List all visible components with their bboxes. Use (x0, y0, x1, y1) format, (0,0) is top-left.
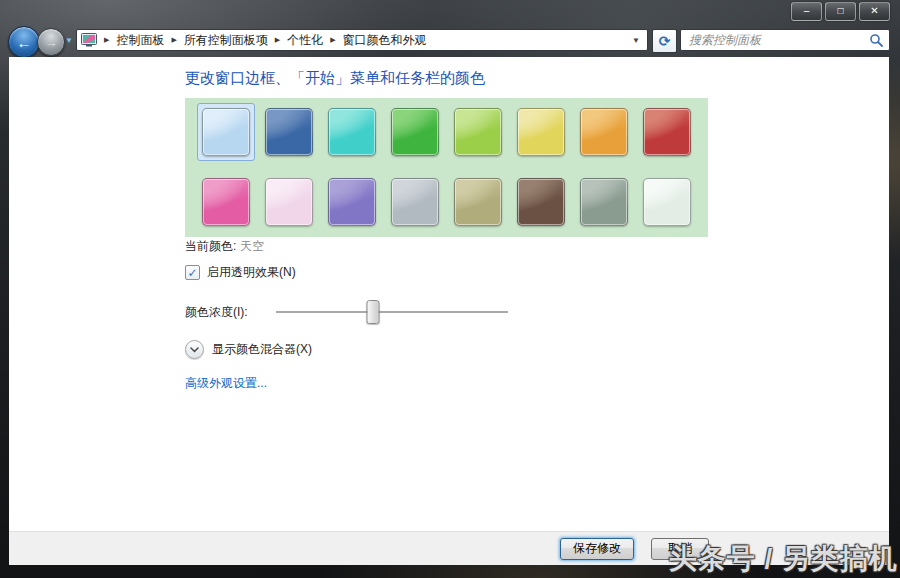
swatch-color-face (643, 108, 691, 156)
swatch-color-face (454, 178, 502, 226)
color-swatch-twilight[interactable] (260, 103, 318, 161)
color-swatch-sea[interactable] (323, 103, 381, 161)
current-color-value: 天空 (240, 239, 264, 253)
swatch-color-face (202, 108, 250, 156)
watermark-text: 头条号 / 另类搞机 (669, 540, 898, 578)
color-intensity-row: 颜色浓度(I): (185, 300, 705, 328)
page-title: 更改窗口边框、「开始」菜单和任务栏的颜色 (185, 69, 485, 88)
color-swatch-violet[interactable] (323, 173, 381, 231)
address-dropdown-icon[interactable]: ▼ (632, 36, 643, 45)
swatch-color-face (643, 178, 691, 226)
color-mixer-expander[interactable]: 显示颜色混合器(X) (185, 340, 312, 359)
swatch-color-face (580, 108, 628, 156)
back-arrow-icon: ← (17, 34, 32, 51)
swatch-color-face (580, 178, 628, 226)
transparency-label: 启用透明效果(N) (207, 264, 296, 281)
swatch-color-face (391, 108, 439, 156)
swatch-color-face (391, 178, 439, 226)
color-swatch-fuchsia[interactable] (197, 173, 255, 231)
content-pane: 更改窗口边框、「开始」菜单和任务栏的颜色 当前颜色:天空 ✓ 启用透明效果(N)… (9, 57, 889, 531)
refresh-icon: ⟳ (659, 33, 671, 49)
color-mixer-label: 显示颜色混合器(X) (212, 341, 312, 358)
swatch-color-face (454, 108, 502, 156)
breadcrumb-item[interactable]: 个性化 (287, 32, 323, 49)
address-bar[interactable]: ▶控制面板▶所有控制面板项▶个性化▶窗口颜色和外观 ▼ (76, 29, 648, 51)
recent-pages-dropdown[interactable]: ▼ (65, 36, 73, 45)
breadcrumb: ▶控制面板▶所有控制面板项▶个性化▶窗口颜色和外观 (97, 32, 427, 49)
breadcrumb-separator-icon: ▶ (104, 36, 109, 44)
advanced-appearance-link[interactable]: 高级外观设置... (185, 375, 267, 392)
search-input[interactable] (687, 32, 869, 48)
color-swatch-chocolate[interactable] (512, 173, 570, 231)
breadcrumb-item[interactable]: 窗口颜色和外观 (343, 32, 427, 49)
personalization-icon (81, 33, 97, 47)
forward-arrow-icon: → (45, 35, 58, 50)
breadcrumb-item[interactable]: 控制面板 (116, 32, 164, 49)
refresh-button[interactable]: ⟳ (652, 29, 677, 53)
breadcrumb-separator-icon: ▶ (171, 36, 176, 44)
color-swatch-lavender[interactable] (386, 173, 444, 231)
color-swatch-pumpkin[interactable] (575, 103, 633, 161)
window-color-appearance-window: – □ ✕ ← → ▼ ▶控制面板▶所有控制面板项▶个性化▶窗口颜色和外观 ▼ … (0, 0, 900, 578)
color-intensity-label: 颜色浓度(I): (185, 304, 248, 321)
current-color-line: 当前颜色:天空 (185, 238, 264, 255)
color-swatch-slate[interactable] (575, 173, 633, 231)
swatch-color-face (328, 178, 376, 226)
breadcrumb-separator-icon: ▶ (330, 36, 335, 44)
color-swatch-ruby[interactable] (638, 103, 696, 161)
color-swatch-leaf[interactable] (386, 103, 444, 161)
swatch-color-face (202, 178, 250, 226)
slider-thumb[interactable] (367, 300, 380, 324)
forward-button[interactable]: → (37, 28, 65, 56)
back-button[interactable]: ← (8, 26, 40, 58)
color-swatch-frost[interactable] (638, 173, 696, 231)
swatch-color-face (328, 108, 376, 156)
swatch-color-face (517, 178, 565, 226)
search-icon (869, 33, 883, 47)
color-swatch-lime[interactable] (449, 103, 507, 161)
maximize-button[interactable]: □ (825, 2, 856, 21)
swatch-color-face (265, 108, 313, 156)
swatch-color-face (517, 108, 565, 156)
transparency-checkbox[interactable]: ✓ (185, 265, 200, 280)
color-swatch-sun[interactable] (512, 103, 570, 161)
chevron-down-icon (185, 340, 204, 359)
current-color-label: 当前颜色: (185, 239, 236, 253)
color-swatch-sky[interactable] (197, 103, 255, 161)
color-intensity-slider[interactable] (276, 311, 508, 314)
color-palette (185, 98, 708, 237)
check-icon: ✓ (187, 267, 197, 279)
save-changes-button[interactable]: 保存修改 (560, 538, 634, 560)
breadcrumb-item[interactable]: 所有控制面板项 (184, 32, 268, 49)
transparency-row: ✓ 启用透明效果(N) (185, 264, 296, 281)
caption-button-group: – □ ✕ (791, 2, 890, 21)
breadcrumb-separator-icon: ▶ (275, 36, 280, 44)
swatch-color-face (265, 178, 313, 226)
close-button[interactable]: ✕ (859, 2, 890, 21)
color-swatch-taupe[interactable] (449, 173, 507, 231)
minimize-button[interactable]: – (791, 2, 822, 21)
color-swatch-blush[interactable] (260, 173, 318, 231)
search-box[interactable] (680, 29, 890, 51)
